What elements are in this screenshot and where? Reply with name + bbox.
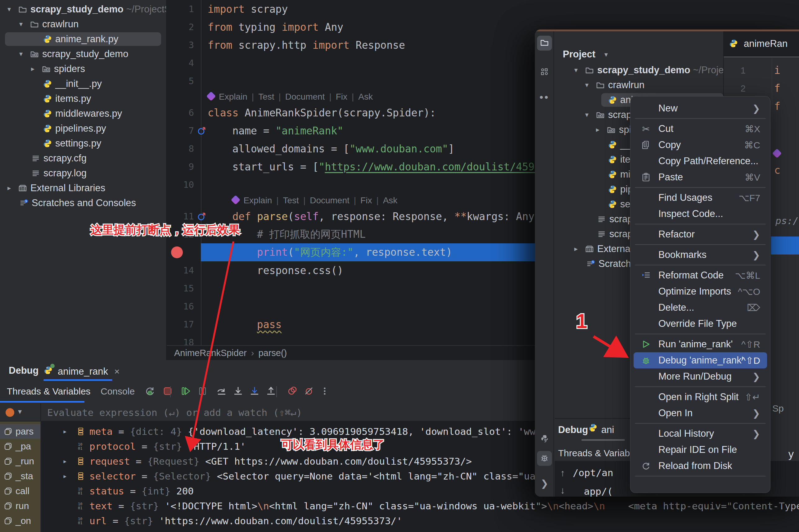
frame-item-_pa[interactable]: _pa	[0, 439, 40, 454]
menu-item-paste[interactable]: Paste⌘V	[633, 169, 767, 185]
tree-item-scrapy_study_demo[interactable]: ▾scrapy_study_demo	[0, 46, 166, 61]
run-method-gutter-icon[interactable]	[196, 126, 207, 136]
tree-item-pipelines-py[interactable]: pipelines.py	[0, 121, 166, 136]
menu-item-repair-ide-on-file[interactable]: Repair IDE on File	[633, 442, 767, 458]
frame-item-run[interactable]: run	[0, 498, 40, 513]
mute-breakpoints-icon[interactable]	[302, 384, 316, 398]
chevron-right-icon[interactable]: ▸	[574, 245, 578, 253]
menu-item-debug-anime-rank-[interactable]: Debug 'anime_rank'^⇧D	[633, 352, 767, 368]
more-tool-windows-icon[interactable]: ••	[537, 90, 552, 104]
step-out-icon[interactable]	[264, 384, 278, 398]
chevron-down-icon[interactable]: ▾	[7, 5, 11, 13]
ai-action-document[interactable]: Document	[285, 92, 325, 101]
frame-item-call[interactable]: call	[0, 483, 40, 498]
menu-item-inspect-code-[interactable]: Inspect Code...	[633, 206, 767, 222]
tree-item-items-py[interactable]: items.py	[0, 91, 166, 106]
ai-action-fix[interactable]: Fix	[336, 92, 347, 101]
tab-console[interactable]: Console	[100, 386, 135, 397]
project-rail-icon[interactable]	[537, 36, 552, 51]
step-over-icon[interactable]	[215, 384, 228, 398]
ai-action-explain[interactable]: Explain	[219, 92, 247, 101]
tree-item-__init__-py[interactable]: __init__.py	[0, 76, 166, 91]
chevron-down-icon[interactable]: ▾	[574, 66, 578, 74]
frame-item-_sta[interactable]: _sta	[0, 469, 40, 483]
chevron-right-icon[interactable]: ▸	[7, 184, 11, 192]
menu-item-refactor[interactable]: Refactor❯	[633, 226, 767, 242]
chevron-right-icon[interactable]: ▸	[31, 65, 35, 73]
chevron-right-icon[interactable]: ▸	[596, 126, 600, 134]
chevron-right-icon[interactable]: ❯	[537, 476, 552, 491]
tree-item-spiders[interactable]: ▸spiders	[0, 61, 166, 76]
ai-action-test[interactable]: Test	[258, 92, 274, 101]
close-icon[interactable]: ×	[114, 366, 120, 377]
chevron-down-icon[interactable]: ▾	[19, 50, 23, 58]
python-console-rail-icon[interactable]	[537, 432, 552, 446]
breadcrumb-class[interactable]: AnimeRankSpider	[174, 348, 247, 358]
ai-action-test[interactable]: Test	[283, 195, 299, 205]
chevron-right-icon[interactable]: ▸	[63, 427, 67, 436]
menu-item-bookmarks[interactable]: Bookmarks❯	[633, 247, 767, 263]
overlay-editor-tab[interactable]: animeRan	[724, 31, 799, 57]
tab-threads-variables[interactable]: Threads & Variab	[558, 448, 630, 458]
tree-item-crawlrun[interactable]: ▾crawlrun	[555, 78, 723, 93]
tree-item-scrapy-log[interactable]: scrapy.log	[0, 166, 166, 180]
menu-item-run-anime-rank-[interactable]: Run 'anime_rank'^⇧R	[633, 336, 767, 352]
tree-item-anime_rank-py[interactable]: anime_rank.py	[0, 32, 166, 46]
ai-action-ask[interactable]: Ask	[383, 195, 398, 205]
tree-item-scrapy_study_demo[interactable]: ▾scrapy_study_demo ~/ProjectSpac	[555, 63, 723, 78]
menu-item-override-file-type[interactable]: Override File Type	[633, 316, 767, 332]
menu-item-delete-[interactable]: Delete...⌦	[633, 300, 767, 316]
ai-action-document[interactable]: Document	[310, 195, 349, 205]
chevron-down-icon[interactable]: ▾	[585, 81, 589, 89]
menu-item-cut[interactable]: ✂Cut⌘X	[633, 121, 767, 137]
menu-item-open-in[interactable]: Open In❯	[633, 405, 767, 421]
frame-item-pars[interactable]: pars	[0, 424, 40, 439]
ai-assist-actions[interactable]: Explain|Test|Document|Fix|Ask	[208, 92, 373, 102]
menu-item-more-run-debug[interactable]: More Run/Debug❯	[633, 368, 767, 384]
menu-item-find-usages[interactable]: Find Usages⌥F7	[633, 190, 767, 206]
tree-item-external-libraries[interactable]: ▸External Libraries	[0, 180, 166, 195]
debug-rail-icon[interactable]	[537, 451, 552, 466]
chevron-right-icon[interactable]: ▸	[63, 472, 67, 480]
rerun-debug-icon[interactable]	[143, 384, 157, 398]
tree-item-scratches-and-consoles[interactable]: Scratches and Consoles	[0, 195, 166, 210]
ai-action-fix[interactable]: Fix	[360, 195, 372, 205]
variable-row-url[interactable]: 1001url = {str} 'https://www.douban.com/…	[41, 513, 799, 528]
tree-item-middlewares-py[interactable]: middlewares.py	[0, 106, 166, 121]
tree-item-crawlrun[interactable]: ▾crawlrun	[0, 17, 166, 32]
tree-item-scrapy-cfg[interactable]: scrapy.cfg	[0, 151, 166, 166]
ai-action-explain[interactable]: Explain	[243, 195, 272, 205]
menu-item-optimize-imports[interactable]: Optimize Imports^⌥O	[633, 283, 767, 300]
frame-item-_on[interactable]: _on	[0, 513, 40, 528]
ai-action-ask[interactable]: Ask	[358, 92, 373, 101]
commit-rail-icon[interactable]	[537, 65, 552, 80]
step-into-icon[interactable]	[231, 384, 245, 398]
arrow-up-icon[interactable]: ↑	[560, 468, 565, 478]
menu-item-open-in-right-split[interactable]: Open in Right Split⇧↵	[633, 389, 767, 405]
evaluate-expression-input[interactable]: Evaluate expression (↵) or add a watch (…	[47, 407, 302, 418]
stop-icon[interactable]	[161, 384, 174, 398]
run-method-gutter-icon[interactable]	[196, 211, 207, 222]
breakpoint-icon[interactable]	[171, 246, 183, 258]
pause-icon[interactable]	[195, 384, 209, 398]
force-step-into-icon[interactable]	[248, 384, 261, 398]
tree-item-settings-py[interactable]: settings.py	[0, 136, 166, 151]
menu-item-copy[interactable]: Copy⌘C	[633, 137, 767, 153]
chevron-down-icon[interactable]: ▾	[19, 20, 23, 28]
menu-item-local-history[interactable]: Local History❯	[633, 425, 767, 442]
menu-item-new[interactable]: New❯	[633, 100, 767, 116]
frame-item-_run[interactable]: _run	[0, 454, 40, 469]
chevron-right-icon[interactable]: ▸	[63, 457, 67, 466]
resume-icon[interactable]	[179, 384, 192, 398]
arrow-down-icon[interactable]: ↓	[560, 485, 565, 496]
breadcrumb-method[interactable]: parse()	[258, 348, 287, 358]
chevron-down-icon[interactable]: ▾	[18, 407, 22, 416]
tab-threads-variables[interactable]: Threads & Variables	[7, 386, 91, 397]
tree-item-scrapy_study_demo[interactable]: ▾scrapy_study_demo ~/ProjectSpac	[0, 2, 166, 17]
more-vertical-icon[interactable]	[318, 384, 331, 398]
code-editor[interactable]: 1import scrapy2from typing import Any3fr…	[167, 0, 535, 345]
view-breakpoints-icon[interactable]	[286, 384, 299, 398]
project-panel-title[interactable]: Project	[563, 49, 595, 60]
chevron-down-icon[interactable]: ▾	[585, 111, 589, 119]
menu-item-copy-path-reference-[interactable]: Copy Path/Reference...	[633, 153, 767, 169]
